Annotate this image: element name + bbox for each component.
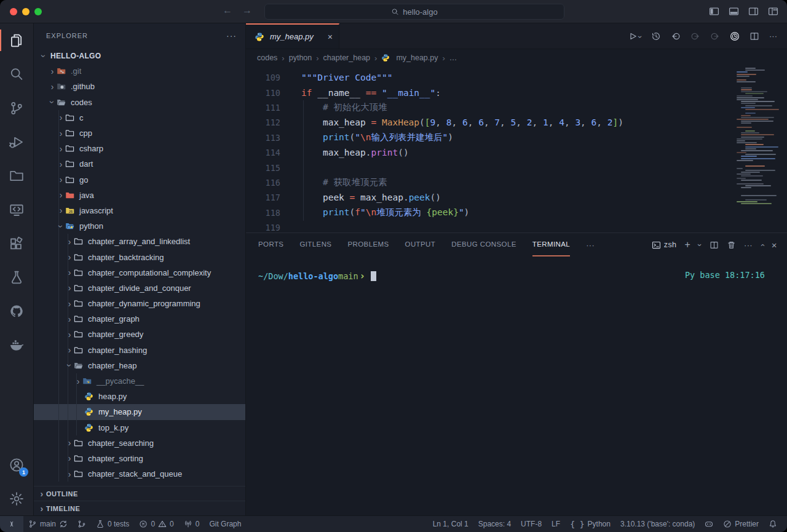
status-ports[interactable]: 0 [179, 516, 205, 532]
navigate-back-icon[interactable]: ← [223, 5, 232, 16]
shell-selector-button[interactable]: zsh [652, 240, 677, 250]
activity-project-manager[interactable] [0, 159, 33, 193]
activity-testing[interactable] [0, 260, 33, 294]
status-prettier[interactable]: Prettier [718, 516, 764, 532]
breadcrumb-item[interactable]: my_heap.py [396, 54, 438, 62]
customize-layout-icon[interactable] [768, 6, 778, 17]
tree-item-c[interactable]: ›c [34, 110, 245, 125]
tree-item-chapter-searching[interactable]: ›chapter_searching [34, 435, 245, 451]
run-python-file-button[interactable]: › [628, 31, 641, 42]
command-center-search[interactable]: hello-algo [264, 4, 564, 20]
activity-docker[interactable] [0, 328, 33, 362]
status-encoding[interactable]: UTF-8 [516, 516, 547, 532]
tree-item-javascript[interactable]: ›JSjavascript [34, 203, 245, 218]
tree-item-cpp[interactable]: ›cpp [34, 125, 245, 141]
kill-terminal-button[interactable] [727, 240, 736, 250]
tree-item-top-k-py[interactable]: top_k.py [34, 420, 245, 435]
tree-item-csharp[interactable]: ›csharp [34, 141, 245, 156]
activity-source-control[interactable] [0, 91, 33, 125]
tree-item-chapter-heap[interactable]: ›chapter_heap [34, 358, 245, 373]
panel-tab-output[interactable]: OUTPUT [405, 233, 436, 256]
new-terminal-button[interactable]: + [684, 240, 690, 250]
tree-item-chapter-array-and-linkedlist[interactable]: ›chapter_array_and_linkedlist [34, 234, 245, 249]
tree-item-chapter-hashing[interactable]: ›chapter_hashing [34, 343, 245, 358]
status-git-graph[interactable]: Git Graph [204, 516, 246, 532]
tree-item-chapter-computational-complexity[interactable]: ›chapter_computational_complexity [34, 265, 245, 280]
tree-item-chapter-graph[interactable]: ›chapter_graph [34, 311, 245, 327]
panel-tab-terminal[interactable]: TERMINAL [532, 233, 570, 256]
more-actions-button[interactable]: ··· [744, 241, 753, 249]
tree-item-my-heap-py[interactable]: my_heap.py [34, 404, 245, 419]
close-window-button[interactable] [10, 8, 17, 15]
activity-run-and-debug[interactable] [0, 125, 33, 159]
status-notifications[interactable] [764, 516, 782, 532]
timeline-section[interactable]: ›TIMELINE [34, 501, 245, 515]
breadcrumb-item[interactable]: chapter_heap [323, 54, 370, 62]
activity-settings[interactable] [0, 482, 33, 515]
maximize-panel-button[interactable]: › [761, 240, 764, 250]
gitlens-annotations-button[interactable] [730, 31, 740, 41]
split-terminal-button[interactable] [710, 240, 719, 250]
minimap[interactable] [737, 68, 782, 208]
activity-explorer[interactable] [0, 23, 33, 57]
status-copilot[interactable] [700, 516, 718, 532]
tree-item-python[interactable]: ›python [34, 218, 245, 234]
toggle-secondary-sidebar-icon[interactable] [748, 6, 759, 17]
close-tab-icon[interactable]: × [328, 32, 333, 42]
terminal[interactable]: ~/Dow/hello-algo main › Py base 18:17:16 [246, 256, 787, 515]
breadcrumb-item[interactable]: codes [257, 54, 277, 62]
zoom-window-button[interactable] [34, 8, 42, 15]
open-previous-change-button[interactable] [671, 31, 681, 41]
close-panel-button[interactable]: × [772, 240, 777, 250]
tree-item-dart[interactable]: ›dart [34, 156, 245, 172]
launch-profile-button[interactable]: › [698, 240, 702, 250]
tree-item--github[interactable]: ›.github [34, 79, 245, 94]
code-editor[interactable]: 109"""Driver Code"""110if __name__ == "_… [246, 66, 787, 232]
panel-tab-problems[interactable]: PROBLEMS [347, 233, 389, 256]
minimize-window-button[interactable] [22, 8, 30, 15]
panel-tabs-overflow-icon[interactable]: ··· [586, 241, 595, 249]
activity-search[interactable] [0, 57, 33, 91]
tree-item-chapter-stack-and-queue[interactable]: ›chapter_stack_and_queue [34, 466, 245, 482]
status-git-branch[interactable]: main [23, 516, 73, 532]
explorer-more-actions-icon[interactable]: ··· [226, 31, 237, 41]
status-language-mode[interactable]: { }Python [565, 516, 615, 532]
tree-item-chapter-greedy[interactable]: ›chapter_greedy [34, 327, 245, 342]
breadcrumb-item[interactable]: python [289, 54, 312, 62]
status-tests[interactable]: 0 tests [91, 516, 134, 532]
status-indentation[interactable]: Spaces: 4 [473, 516, 516, 532]
status-problems[interactable]: 00 [134, 516, 178, 532]
tree-item-chapter-divide-and-conquer[interactable]: ›chapter_divide_and_conquer [34, 280, 245, 296]
panel-tab-debug-console[interactable]: DEBUG CONSOLE [451, 233, 516, 256]
tree-item-codes[interactable]: ›codes [34, 95, 245, 110]
outline-section[interactable]: ›OUTLINE [34, 486, 245, 501]
toggle-panel-icon[interactable] [729, 6, 739, 17]
tree-item-java[interactable]: ›java [34, 188, 245, 203]
more-actions-button[interactable]: ··· [769, 32, 777, 40]
activity-extensions[interactable] [0, 226, 33, 260]
tree-item--pycache-[interactable]: ›__pycache__ [34, 373, 245, 389]
breadcrumb-item[interactable]: … [449, 54, 457, 62]
tree-item-heap-py[interactable]: heap.py [34, 389, 245, 404]
navigate-forward-icon[interactable]: → [242, 5, 252, 16]
panel-tab-ports[interactable]: PORTS [258, 233, 283, 256]
toggle-primary-sidebar-icon[interactable] [709, 6, 719, 17]
tree-item-chapter-dynamic-programming[interactable]: ›chapter_dynamic_programming [34, 296, 245, 311]
status-git-graph-action[interactable] [73, 516, 91, 532]
remote-indicator[interactable] [0, 516, 23, 532]
activity-github[interactable] [0, 294, 33, 328]
status-python-interpreter[interactable]: 3.10.13 ('base': conda) [615, 516, 700, 532]
tree-item--git[interactable]: ›.git [34, 63, 245, 79]
tree-item-chapter-sorting[interactable]: ›chapter_sorting [34, 451, 245, 466]
split-editor-button[interactable] [749, 31, 759, 41]
activity-accounts[interactable]: 1 [0, 448, 33, 482]
panel-tab-gitlens[interactable]: GITLENS [299, 233, 331, 256]
tab-my-heap-py[interactable]: my_heap.py × [246, 23, 339, 49]
tree-item-chapter-backtracking[interactable]: ›chapter_backtracking [34, 249, 245, 264]
tree-item-hello-algo[interactable]: ›HELLO-ALGO [34, 48, 245, 63]
status-cursor-position[interactable]: Ln 1, Col 1 [428, 516, 473, 532]
tree-item-go[interactable]: ›go [34, 172, 245, 188]
status-eol[interactable]: LF [547, 516, 565, 532]
local-history-button[interactable] [651, 31, 661, 41]
activity-remote-explorer[interactable] [0, 193, 33, 226]
